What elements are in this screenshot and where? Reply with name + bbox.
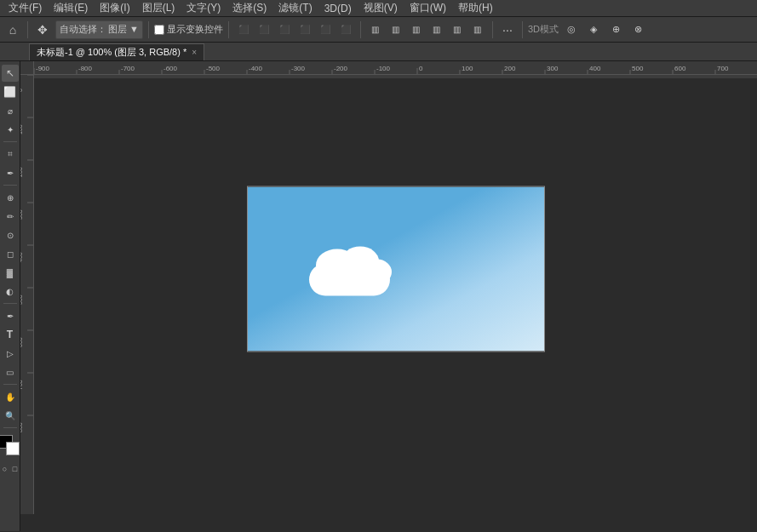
auto-select-dropdown[interactable]: 自动选择： 图层 ▼ — [55, 20, 143, 39]
svg-text:500: 500 — [20, 295, 23, 305]
sky-gradient — [248, 187, 544, 352]
svg-text:500: 500 — [632, 65, 644, 72]
move-tool-icon[interactable]: ✥ — [33, 20, 52, 39]
tool-text[interactable]: T — [2, 326, 19, 343]
dist-btn-5[interactable]: ▥ — [448, 20, 467, 39]
3d-btn-1[interactable]: ◎ — [562, 20, 581, 39]
svg-rect-37 — [20, 75, 34, 514]
more-options-button[interactable]: ··· — [498, 20, 517, 39]
show-transform-label[interactable]: 显示变换控件 — [154, 23, 223, 36]
tabbar: 未标题-1 @ 100% (图层 3, RGB/8) * × — [0, 43, 757, 61]
menu-help[interactable]: 帮助(H) — [453, 0, 498, 17]
3d-btn-3[interactable]: ⊕ — [606, 20, 625, 39]
tool-brush[interactable]: ✏ — [2, 208, 19, 225]
canvas-area: // Will be rendered via inline ticks -90… — [20, 61, 757, 531]
align-btn-3[interactable]: ⬛ — [275, 20, 294, 39]
svg-text:-700: -700 — [121, 65, 135, 72]
color-picker-area — [0, 435, 20, 457]
mode-buttons: ○ □ — [1, 462, 20, 476]
left-toolbar: ↖ ⬜ ⌀ ✦ ⌗ ✒ ⊕ ✏ ⊙ ◻ ▓ ◐ ✒ T ▷ ▭ ✋ 🔍 ○ □ — [0, 61, 20, 531]
distribute-group: ▥ ▥ ▥ ▥ ▥ ▥ — [366, 20, 487, 39]
tool-hand[interactable]: ✋ — [2, 388, 19, 405]
dist-btn-1[interactable]: ▥ — [366, 20, 385, 39]
svg-text:600: 600 — [674, 65, 686, 72]
toolbar: ⌂ ✥ 自动选择： 图层 ▼ 显示变换控件 ⬛ ⬛ ⬛ ⬛ ⬛ ⬛ ▥ ▥ ▥ … — [0, 17, 757, 43]
toolbar-sep-3 — [228, 21, 229, 38]
tool-gradient[interactable]: ▓ — [2, 264, 19, 281]
tool-sep-3 — [3, 303, 17, 304]
ruler-v-svg: 0 100 200 300 400 500 600 700 800 — [20, 75, 34, 514]
tool-rect-select[interactable]: ⬜ — [2, 83, 19, 100]
tool-move[interactable]: ↖ — [2, 65, 19, 82]
tool-crop[interactable]: ⌗ — [2, 146, 19, 163]
auto-select-label: 自动选择： — [60, 23, 106, 36]
tab-close-button[interactable]: × — [192, 48, 197, 57]
quick-mask-mode[interactable]: ○ — [1, 462, 9, 476]
menu-select[interactable]: 选择(S) — [227, 0, 272, 17]
svg-text:200: 200 — [20, 167, 23, 177]
tool-clone[interactable]: ⊙ — [2, 226, 19, 243]
svg-text:400: 400 — [20, 252, 23, 262]
align-btn-6[interactable]: ⬛ — [336, 20, 355, 39]
home-button[interactable]: ⌂ — [3, 20, 22, 39]
tool-eraser[interactable]: ◻ — [2, 245, 19, 262]
svg-text:600: 600 — [20, 337, 23, 347]
cloud-shape-container — [301, 244, 403, 300]
svg-text:200: 200 — [504, 65, 516, 72]
document-tab[interactable]: 未标题-1 @ 100% (图层 3, RGB/8) * × — [29, 43, 204, 60]
svg-text:400: 400 — [589, 65, 601, 72]
svg-text:-500: -500 — [206, 65, 221, 72]
dist-btn-2[interactable]: ▥ — [387, 20, 405, 39]
background-color[interactable] — [6, 442, 20, 455]
ruler-corner — [20, 61, 34, 75]
tab-title: 未标题-1 @ 100% (图层 3, RGB/8) * — [37, 46, 186, 59]
svg-text:0: 0 — [20, 89, 23, 92]
align-btn-5[interactable]: ⬛ — [316, 20, 335, 39]
tool-sep-4 — [3, 384, 17, 385]
toolbar-sep-4 — [360, 21, 361, 38]
tool-dodge[interactable]: ◐ — [2, 283, 19, 300]
svg-text:100: 100 — [462, 65, 473, 72]
3d-btn-4[interactable]: ⊗ — [628, 20, 647, 39]
tool-eyedropper[interactable]: ✒ — [2, 164, 19, 181]
svg-text:700: 700 — [20, 380, 23, 390]
tool-sep-5 — [3, 427, 17, 428]
svg-text:-900: -900 — [36, 65, 50, 72]
tool-zoom[interactable]: 🔍 — [2, 407, 19, 424]
menu-text[interactable]: 文字(Y) — [181, 0, 226, 17]
menu-filter[interactable]: 滤镜(T) — [273, 0, 317, 17]
show-transform-checkbox[interactable] — [154, 25, 164, 35]
align-btn-1[interactable]: ⬛ — [234, 20, 253, 39]
menu-file[interactable]: 文件(F) — [3, 0, 47, 17]
svg-text:-600: -600 — [163, 65, 178, 72]
tool-sep-1 — [3, 141, 17, 142]
menubar: 文件(F) 编辑(E) 图像(I) 图层(L) 文字(Y) 选择(S) 滤镜(T… — [0, 0, 757, 17]
menu-layer[interactable]: 图层(L) — [137, 0, 181, 17]
tool-magic-wand[interactable]: ✦ — [2, 121, 19, 138]
artwork-canvas — [247, 186, 545, 352]
svg-text:-100: -100 — [376, 65, 391, 72]
tool-pen[interactable]: ✒ — [2, 307, 19, 324]
dist-btn-3[interactable]: ▥ — [407, 20, 426, 39]
tool-healing[interactable]: ⊕ — [2, 189, 19, 206]
svg-text:100: 100 — [20, 124, 23, 134]
ruler-h-svg: // Will be rendered via inline ticks -90… — [34, 61, 757, 75]
tool-shape[interactable]: ▭ — [2, 363, 19, 380]
tool-lasso[interactable]: ⌀ — [2, 102, 19, 119]
svg-text:700: 700 — [717, 65, 729, 72]
tool-path-select[interactable]: ▷ — [2, 345, 19, 362]
menu-3d[interactable]: 3D(D) — [319, 1, 357, 16]
align-btn-4[interactable]: ⬛ — [295, 20, 314, 39]
main-area: ↖ ⬜ ⌀ ✦ ⌗ ✒ ⊕ ✏ ⊙ ◻ ▓ ◐ ✒ T ▷ ▭ ✋ 🔍 ○ □ — [0, 61, 757, 531]
align-btn-2[interactable]: ⬛ — [255, 20, 273, 39]
3d-btn-2[interactable]: ◈ — [584, 20, 603, 39]
menu-edit[interactable]: 编辑(E) — [49, 0, 93, 17]
dist-btn-4[interactable]: ▥ — [427, 20, 446, 39]
menu-view[interactable]: 视图(V) — [358, 0, 403, 17]
menu-window[interactable]: 窗口(W) — [404, 0, 451, 17]
cloud-shape — [301, 244, 403, 300]
dist-btn-6[interactable]: ▥ — [468, 20, 487, 39]
menu-image[interactable]: 图像(I) — [95, 0, 135, 17]
screen-mode[interactable]: □ — [11, 462, 20, 476]
toolbar-sep-2 — [148, 21, 149, 38]
